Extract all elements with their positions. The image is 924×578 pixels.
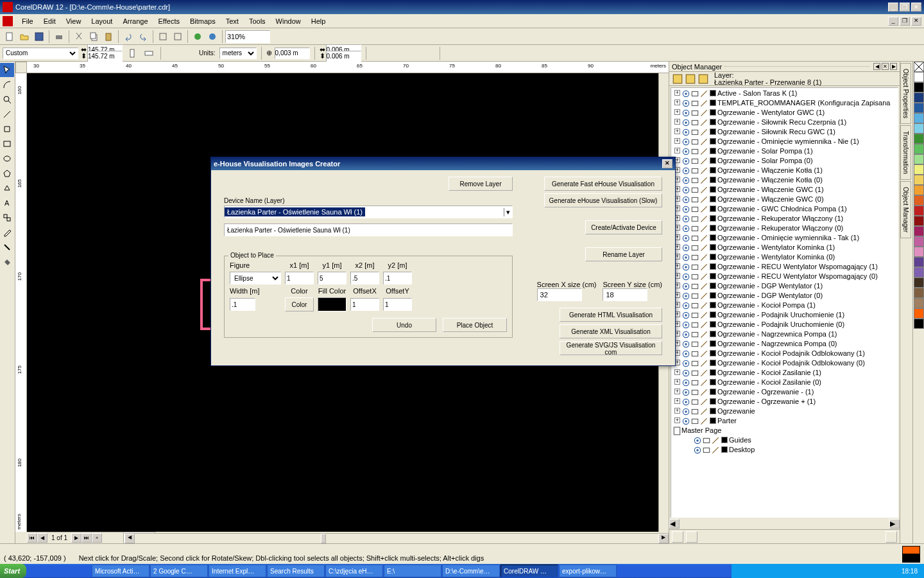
layer-color-swatch[interactable] (710, 157, 716, 164)
layer-row[interactable]: +Ogrzewanie - Rekuperator Włączony (1) (671, 213, 898, 223)
fill-color-indicator[interactable] (902, 554, 920, 563)
delete-button[interactable] (886, 531, 897, 543)
snap-to-objects-icon[interactable] (404, 46, 418, 60)
menu-window[interactable]: Window (271, 16, 306, 26)
color-swatch[interactable] (914, 113, 924, 123)
expand-icon[interactable]: + (674, 398, 680, 404)
layer-color-swatch[interactable] (710, 138, 716, 144)
layer-color-swatch[interactable] (710, 360, 716, 366)
paste-icon[interactable] (101, 30, 116, 44)
dynamic-guides-icon[interactable] (421, 46, 435, 60)
expand-icon[interactable]: + (674, 369, 680, 375)
dialog-titlebar[interactable]: e-House Visualisation Images Creator ✕ (211, 157, 675, 170)
text-tool-icon[interactable]: A (0, 196, 14, 210)
rectangle-tool-icon[interactable] (0, 137, 14, 151)
layer-row[interactable]: +Ogrzewanie - Wentylator Kominka (0) (671, 252, 898, 261)
layer-color-swatch[interactable] (710, 206, 716, 212)
quick-launch-icon[interactable] (78, 565, 89, 577)
save-icon[interactable] (32, 30, 46, 44)
taskbar-task[interactable]: C:\zdjęcia eH… (325, 565, 383, 577)
doc-minimize-button[interactable]: _ (888, 17, 898, 26)
layer-color-swatch[interactable] (710, 234, 716, 241)
layer-color-swatch[interactable] (721, 437, 728, 443)
layer-color-swatch[interactable] (710, 398, 716, 405)
place-object-button[interactable]: Place Object (443, 318, 507, 332)
eyedropper-tool-icon[interactable] (0, 225, 14, 240)
color-swatch[interactable] (914, 123, 924, 134)
layer-row[interactable]: Guides (671, 435, 898, 444)
docker-hscroll[interactable]: ◀ ▶ (669, 519, 900, 529)
object-properties-tab[interactable]: Object Properties (900, 63, 911, 124)
layer-color-swatch[interactable] (710, 244, 716, 250)
color-swatch[interactable] (914, 195, 924, 206)
tray-icon[interactable] (823, 566, 832, 576)
generate-xml-button[interactable]: Generate XML Visualisation (560, 324, 662, 338)
menu-tools[interactable]: Tools (244, 16, 271, 26)
tray-icon[interactable] (757, 566, 767, 576)
polygon-tool-icon[interactable] (0, 166, 14, 180)
app-launcher-icon[interactable] (191, 30, 205, 44)
layer-color-swatch[interactable] (710, 177, 716, 183)
open-icon[interactable] (17, 30, 31, 44)
shape-tool-icon[interactable] (0, 78, 14, 92)
device-name-selector[interactable]: Łazienka Parter - Oświetlenie Sauna Wł (… (224, 206, 513, 218)
treat-as-filled-icon[interactable] (461, 46, 475, 60)
doc-close-button[interactable]: ✕ (911, 17, 921, 26)
drawing-units-icon[interactable] (166, 46, 180, 60)
object-manager-tab[interactable]: Object Manager (900, 181, 911, 238)
minimize-button[interactable]: _ (888, 3, 898, 12)
generate-slow-button[interactable]: Generate eHouse Visualisation (Slow) (544, 193, 662, 207)
layer-row[interactable]: +Ogrzewanie - Włączenie Kotła (1) (671, 165, 898, 175)
interactive-blend-tool-icon[interactable] (0, 211, 14, 225)
layer-row[interactable]: +Ogrzewanie - Nagrzewnica Pompa (1) (671, 329, 898, 338)
snap-to-grid-icon[interactable] (371, 46, 385, 60)
x2-input[interactable] (350, 272, 379, 285)
color-swatch[interactable] (914, 267, 924, 277)
layer-color-swatch[interactable] (710, 292, 716, 299)
menu-edit[interactable]: Edit (38, 16, 61, 26)
layer-color-swatch[interactable] (710, 100, 716, 106)
layer-row[interactable]: +Ogrzewanie - Rekuperator Włączony (0) (671, 223, 898, 232)
tray-icon[interactable] (834, 566, 843, 576)
generate-fast-button[interactable]: Generate Fast eHouse Visualisation (544, 177, 662, 191)
next-page-button[interactable]: ▶ (71, 533, 81, 543)
taskbar-task[interactable]: E:\ (384, 565, 441, 577)
tray-icon[interactable] (801, 566, 810, 576)
figure-selector[interactable]: Ellipse (230, 272, 281, 285)
layer-row[interactable]: +Ogrzewanie - Siłownik Recu GWC (1) (671, 127, 898, 136)
redo-icon[interactable] (136, 30, 150, 44)
quick-launch-icon[interactable] (41, 565, 53, 577)
color-swatch[interactable] (914, 277, 924, 288)
tray-icon[interactable] (844, 566, 854, 576)
options-icon[interactable] (445, 46, 459, 60)
units-selector[interactable]: meters (219, 48, 257, 59)
color-swatch[interactable] (914, 72, 924, 82)
layer-row[interactable]: +Ogrzewanie - Ogrzewanie + (1) (671, 396, 898, 406)
new-layer-button[interactable] (672, 531, 683, 543)
zoom-tool-icon[interactable] (0, 92, 14, 107)
layer-row[interactable]: +Ogrzewanie - Włączenie GWC (1) (671, 184, 898, 194)
layer-color-swatch[interactable] (710, 128, 716, 135)
screen-x-input[interactable] (537, 288, 582, 301)
x1-input[interactable] (285, 272, 314, 285)
layer-color-swatch[interactable] (710, 417, 716, 424)
first-page-button[interactable]: ⏮ (27, 533, 37, 543)
layer-row[interactable]: +Ogrzewanie - Ominięcie wymiennika - Nie… (671, 136, 898, 146)
color-swatch[interactable] (914, 82, 924, 92)
freehand-tool-icon[interactable] (0, 107, 14, 121)
layer-color-swatch[interactable] (710, 331, 716, 337)
color-swatch[interactable] (914, 92, 924, 103)
layer-row[interactable]: +Ogrzewanie - RECU Wentylator Wspomagają… (671, 261, 898, 271)
expand-icon[interactable]: + (674, 128, 680, 134)
color-button[interactable]: Color (285, 297, 314, 311)
duplicate-y-input[interactable] (326, 51, 361, 62)
taskbar-clock[interactable]: 18:18 (899, 568, 920, 575)
last-page-button[interactable]: ⏭ (81, 533, 92, 543)
drawing-scale-icon[interactable] (182, 46, 196, 60)
layer-row[interactable]: +Ogrzewanie - Kocioł Podajnik Odblokowan… (671, 358, 898, 367)
taskbar-task[interactable]: Search Results (267, 565, 325, 577)
layer-row[interactable]: +Ogrzewanie - Solar Pompa (1) (671, 146, 898, 155)
quick-launch-icon[interactable] (29, 565, 40, 577)
layer-color-swatch[interactable] (710, 109, 716, 116)
rename-layer-button[interactable]: Rename Layer (585, 247, 662, 261)
